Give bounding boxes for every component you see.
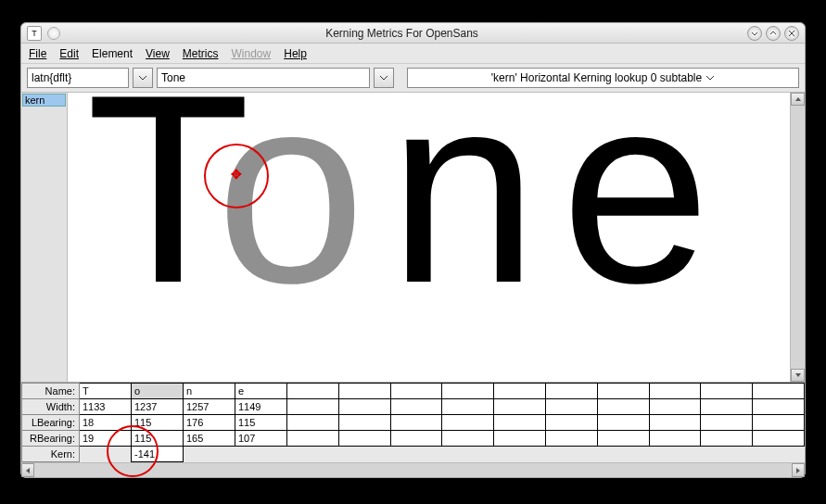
script-dropdown-button[interactable] bbox=[133, 68, 153, 88]
menu-help[interactable]: Help bbox=[284, 47, 307, 60]
pin-icon[interactable] bbox=[47, 27, 60, 40]
script-combo[interactable]: latn{dflt} bbox=[27, 68, 129, 88]
glyph-n[interactable]: n bbox=[388, 93, 538, 343]
cell-rb-0[interactable]: 19 bbox=[80, 431, 132, 447]
row-rbearing: RBearing: 19 115 165 107 bbox=[22, 431, 805, 447]
window-title: Kerning Metrics For OpenSans bbox=[60, 27, 743, 40]
glyph-o[interactable]: o bbox=[216, 93, 365, 343]
cell-width-1[interactable]: 1237 bbox=[132, 399, 184, 415]
menu-file[interactable]: File bbox=[29, 47, 46, 60]
cursor-icon: ✥ bbox=[231, 167, 242, 182]
scroll-down-icon[interactable] bbox=[791, 369, 805, 382]
glyph-canvas[interactable]: T o n e ✥ bbox=[68, 93, 790, 382]
toolbar: latn{dflt} Tone 'kern' Horizontal Kernin… bbox=[21, 64, 805, 92]
cell-lb-1[interactable]: 115 bbox=[132, 415, 184, 431]
hdr-kern: Kern: bbox=[22, 447, 80, 462]
cell-kern-2[interactable] bbox=[184, 447, 235, 462]
menu-edit[interactable]: Edit bbox=[59, 47, 79, 60]
cell-lb-3[interactable]: 115 bbox=[235, 415, 287, 431]
row-width: Width: 1133 1237 1257 1149 bbox=[22, 399, 805, 415]
cell-width-3[interactable]: 1149 bbox=[235, 399, 287, 415]
menubar: File Edit Element View Metrics Window He… bbox=[21, 44, 805, 64]
cell-name-2[interactable]: n bbox=[184, 384, 235, 399]
cell-width-0[interactable]: 1133 bbox=[80, 399, 132, 415]
menu-element[interactable]: Element bbox=[92, 47, 133, 60]
cell-width-2[interactable]: 1257 bbox=[184, 399, 235, 415]
glyph-e[interactable]: e bbox=[561, 93, 710, 343]
scroll-up-icon[interactable] bbox=[791, 93, 805, 106]
cell-rb-1[interactable]: 115 bbox=[132, 431, 184, 447]
lookup-label: 'kern' Horizontal Kerning lookup 0 subta… bbox=[491, 71, 702, 84]
preview-text-input[interactable]: Tone bbox=[157, 68, 370, 88]
lookup-combo[interactable]: 'kern' Horizontal Kerning lookup 0 subta… bbox=[407, 68, 799, 88]
kerning-metrics-window: T Kerning Metrics For OpenSans File Edit… bbox=[20, 22, 806, 478]
menu-metrics[interactable]: Metrics bbox=[183, 47, 219, 60]
scroll-left-icon[interactable] bbox=[21, 463, 34, 477]
cell-kern-1[interactable]: -141 bbox=[132, 447, 184, 462]
hscroll-track[interactable] bbox=[34, 463, 792, 477]
minimize-button[interactable] bbox=[747, 26, 762, 41]
cell-kern-3[interactable] bbox=[235, 447, 287, 462]
maximize-button[interactable] bbox=[766, 26, 781, 41]
horizontal-scrollbar[interactable] bbox=[21, 462, 805, 477]
metrics-grid: Name: T o n e Width: 1133 1237 1257 1149… bbox=[21, 382, 805, 462]
cell-rb-3[interactable]: 107 bbox=[235, 431, 287, 447]
scroll-track[interactable] bbox=[791, 106, 805, 369]
hdr-rbearing: RBearing: bbox=[22, 431, 80, 447]
cell-name-3[interactable]: e bbox=[235, 384, 287, 399]
close-button[interactable] bbox=[784, 26, 799, 41]
titlebar[interactable]: T Kerning Metrics For OpenSans bbox=[21, 23, 805, 44]
vertical-scrollbar[interactable] bbox=[790, 93, 805, 382]
menu-window: Window bbox=[232, 47, 272, 60]
cell-lb-2[interactable]: 176 bbox=[184, 415, 235, 431]
app-icon: T bbox=[27, 26, 42, 41]
row-lbearing: LBearing: 18 115 176 115 bbox=[22, 415, 805, 431]
row-name: Name: T o n e bbox=[22, 384, 805, 399]
cell-kern-0[interactable] bbox=[80, 447, 132, 462]
menu-view[interactable]: View bbox=[146, 47, 170, 60]
sidebar: kern bbox=[21, 93, 68, 382]
cell-lb-0[interactable]: 18 bbox=[80, 415, 132, 431]
hdr-name: Name: bbox=[22, 384, 80, 399]
cell-name-1[interactable]: o bbox=[132, 384, 184, 399]
preview-text-dropdown-button[interactable] bbox=[374, 68, 394, 88]
cell-name-0[interactable]: T bbox=[80, 384, 132, 399]
cell-rb-2[interactable]: 165 bbox=[184, 431, 235, 447]
row-kern: Kern: -141 bbox=[22, 447, 805, 462]
scroll-right-icon[interactable] bbox=[792, 463, 805, 477]
feature-tag-kern[interactable]: kern bbox=[22, 94, 66, 107]
hdr-lbearing: LBearing: bbox=[22, 415, 80, 431]
hdr-width: Width: bbox=[22, 399, 80, 415]
main-area: kern T o n e ✥ bbox=[21, 92, 805, 382]
